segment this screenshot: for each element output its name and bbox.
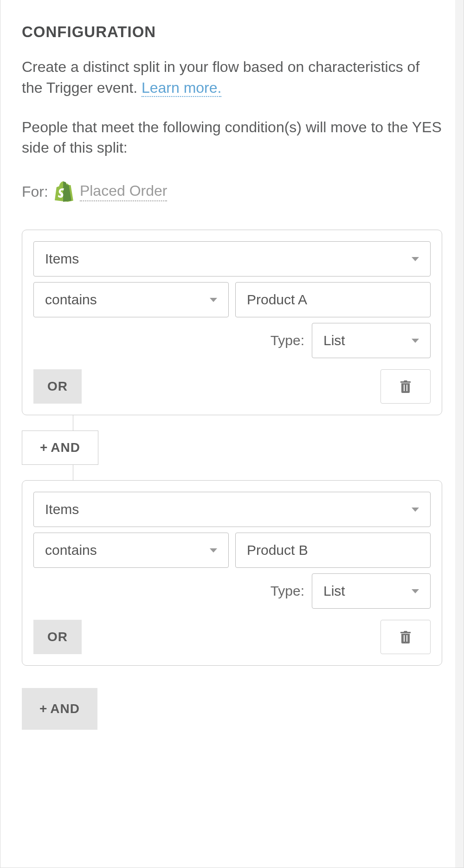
operator-value: contains bbox=[45, 292, 97, 308]
or-button[interactable]: OR bbox=[33, 620, 82, 654]
dimension-select[interactable]: Items bbox=[33, 241, 431, 276]
dimension-select[interactable]: Items bbox=[33, 492, 431, 527]
learn-more-link[interactable]: Learn more. bbox=[142, 79, 222, 97]
or-button[interactable]: OR bbox=[33, 369, 82, 404]
plus-icon: + bbox=[40, 440, 48, 455]
scrollbar-track[interactable] bbox=[455, 0, 464, 868]
trigger-event-select[interactable]: Placed Order bbox=[80, 182, 168, 201]
chevron-down-icon bbox=[412, 589, 419, 593]
type-select[interactable]: List bbox=[312, 323, 431, 358]
and-label: AND bbox=[51, 440, 80, 455]
add-and-button[interactable]: + AND bbox=[22, 688, 97, 730]
type-label: Type: bbox=[271, 583, 304, 599]
condition-intro: People that meet the following condition… bbox=[22, 117, 442, 159]
chevron-down-icon bbox=[412, 257, 419, 261]
condition-group: Items contains Type: List OR bbox=[22, 480, 442, 666]
type-select[interactable]: List bbox=[312, 573, 431, 609]
and-button[interactable]: + AND bbox=[22, 431, 98, 465]
value-input[interactable] bbox=[235, 533, 431, 568]
plus-icon: + bbox=[39, 701, 47, 716]
chevron-down-icon bbox=[412, 508, 419, 512]
trash-icon bbox=[400, 630, 411, 643]
operator-value: contains bbox=[45, 542, 97, 558]
operator-select[interactable]: contains bbox=[33, 282, 229, 317]
trigger-event-row: For: Placed Order bbox=[22, 181, 442, 202]
for-label: For: bbox=[22, 183, 48, 200]
shopify-icon bbox=[55, 181, 73, 202]
chevron-down-icon bbox=[412, 339, 419, 343]
delete-button[interactable] bbox=[380, 620, 431, 654]
type-value: List bbox=[323, 333, 345, 348]
condition-group: Items contains Type: List OR bbox=[22, 230, 442, 415]
dimension-value: Items bbox=[45, 251, 79, 267]
group-connector: + AND bbox=[22, 415, 442, 480]
type-label: Type: bbox=[271, 333, 304, 348]
chevron-down-icon bbox=[210, 298, 217, 302]
operator-select[interactable]: contains bbox=[33, 533, 229, 568]
dimension-value: Items bbox=[45, 502, 79, 517]
panel-description: Create a distinct split in your flow bas… bbox=[22, 57, 442, 98]
trash-icon bbox=[400, 380, 411, 393]
and-label: AND bbox=[50, 701, 80, 716]
panel-heading: CONFIGURATION bbox=[22, 23, 442, 41]
chevron-down-icon bbox=[210, 548, 217, 553]
type-value: List bbox=[323, 583, 345, 599]
delete-button[interactable] bbox=[380, 369, 431, 404]
value-input[interactable] bbox=[235, 282, 431, 317]
